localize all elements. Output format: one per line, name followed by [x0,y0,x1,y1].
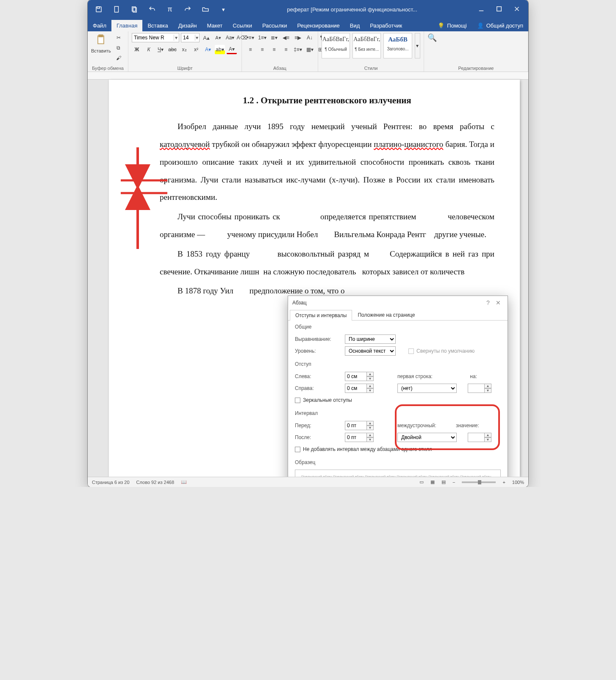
horizontal-ruler[interactable] [88,72,528,80]
tab-mailings[interactable]: Рассылки [257,20,292,31]
line-at-spinner[interactable]: ▲▼ [468,433,491,442]
paste-button[interactable]: Вставить [91,33,111,53]
first-line-select[interactable]: (нет) [397,384,457,393]
bold-icon[interactable]: Ж [132,45,142,54]
line-spacing-label: междустрочный: [397,423,452,428]
space-before-spinner[interactable]: ▲▼ [345,421,374,430]
open-icon[interactable] [129,5,139,14]
styles-more-icon[interactable]: ▾ [415,33,421,58]
cut-icon[interactable]: ✂ [114,33,124,42]
undo-icon[interactable] [147,5,157,14]
multilevel-icon[interactable]: ≣▾ [269,33,279,42]
italic-icon[interactable]: К [144,45,154,54]
status-words[interactable]: Слово 92 из 2468 [136,480,175,485]
indent-by-spinner[interactable]: ▲▼ [468,384,491,393]
space-after-spinner[interactable]: ▲▼ [345,433,374,442]
format-painter-icon[interactable]: 🖌 [114,53,124,63]
grow-font-icon[interactable]: A▴ [201,33,211,42]
bullets-icon[interactable]: •≡▾ [245,33,255,42]
styles-group-label: Стили [322,65,420,71]
doc-p1: Изобрел данные лучи 1895 году немецкий у… [160,118,494,206]
save-icon[interactable] [94,5,104,14]
style-normal[interactable]: АаБбВвГг,¶ Обычный [322,33,350,58]
dialog-close-icon[interactable]: ✕ [493,299,503,306]
text-effects-icon[interactable]: A▾ [203,45,213,54]
dialog-help-icon[interactable]: ? [483,299,493,306]
align-center-icon[interactable]: ≡ [257,45,267,54]
zoom-value[interactable]: 100% [512,480,524,485]
tab-insert[interactable]: Вставка [142,20,173,31]
underline-icon[interactable]: Ч▾ [155,45,166,54]
line-spacing-icon[interactable]: ‡≡▾ [293,45,303,54]
ribbon: Вставить ✂ ⧉ 🖌 Буфер обмена ▾ ▾ A▴ A▾ Aa… [88,31,528,72]
qat-more-icon[interactable]: ▾ [218,5,228,14]
status-page[interactable]: Страница 6 из 20 [92,480,130,485]
increase-indent-icon[interactable]: ≡▶ [293,33,303,42]
line-spacing-select[interactable]: Двойной [397,433,457,442]
font-color-icon[interactable]: A▾ [227,45,237,54]
dialog-tab-position[interactable]: Положение на странице [352,310,420,320]
zoom-slider[interactable] [462,481,496,483]
doc-p2: Лучи способны проникать ск определяется … [160,208,494,243]
shading-icon[interactable]: ▦▾ [305,45,315,54]
mirror-indents-checkbox[interactable]: Зеркальные отступы [295,397,352,403]
space-before-label: Перед: [295,423,341,428]
indent-right-spinner[interactable]: ▲▼ [345,384,374,393]
align-left-icon[interactable]: ≡ [245,45,255,54]
copy-icon[interactable]: ⧉ [114,43,124,53]
style-no-spacing[interactable]: АаБбВвГг,¶ Без инте... [352,33,381,58]
share-button[interactable]: 👤Общий доступ [472,20,528,31]
numbering-icon[interactable]: 1≡▾ [257,33,267,42]
zoom-out-icon[interactable]: − [452,480,455,485]
zoom-in-icon[interactable]: + [502,480,505,485]
tab-references[interactable]: Ссылки [228,20,257,31]
sort-icon[interactable]: A↓ [305,33,315,42]
maximize-icon[interactable] [495,5,503,14]
indent-left-spinner[interactable]: ▲▼ [345,372,374,381]
font-name-combo[interactable]: ▾ [132,33,179,42]
paste-label: Вставить [91,48,111,53]
alignment-select[interactable]: По ширине [345,334,396,344]
tab-home[interactable]: Главная [111,20,142,31]
find-button[interactable]: 🔍 [427,33,437,42]
outline-level-label: Уровень: [295,348,341,354]
new-doc-icon[interactable] [111,5,122,14]
no-same-style-space-checkbox[interactable]: Не добавлять интервал между абзацами одн… [295,446,432,452]
print-layout-icon[interactable]: ▦ [430,479,435,485]
shrink-font-icon[interactable]: A▾ [213,33,223,42]
decrease-indent-icon[interactable]: ◀≡ [281,33,291,42]
subscript-icon[interactable]: x₂ [179,45,189,54]
close-icon[interactable] [513,5,521,14]
change-case-icon[interactable]: Aa▾ [225,33,235,42]
outline-level-select[interactable]: Основной текст [345,346,396,356]
first-line-label: первая строка: [397,373,448,379]
tab-file[interactable]: Файл [88,20,111,31]
paragraph-group-label: Абзац [245,65,314,71]
folder-icon[interactable] [200,5,211,14]
justify-icon[interactable]: ≡ [281,45,291,54]
section-indent: Отступ [295,361,501,367]
highlight-icon[interactable]: ab▾ [215,45,225,54]
dialog-tab-indents[interactable]: Отступы и интервалы [290,310,352,321]
tab-developer[interactable]: Разработчик [365,20,407,31]
indent-right-label: Справа: [295,385,341,391]
font-size-combo[interactable]: ▾ [181,33,200,42]
align-right-icon[interactable]: ≡ [269,45,279,54]
strike-icon[interactable]: abc [167,45,178,54]
preview-box: Предыдущий абзац Предыдущий абзац Предыд… [295,470,501,477]
svg-rect-10 [99,35,103,37]
editing-group-label: Редактирование [427,65,524,71]
tab-review[interactable]: Рецензирование [292,20,344,31]
redo-icon[interactable] [183,5,193,14]
help-button[interactable]: 💡Помощі [433,20,472,31]
tab-view[interactable]: Вид [345,20,365,31]
pi-icon[interactable]: π [165,5,175,14]
read-mode-icon[interactable]: ▭ [419,479,424,485]
superscript-icon[interactable]: x² [191,45,201,54]
web-layout-icon[interactable]: ▤ [441,479,446,485]
tab-design[interactable]: Дизайн [173,20,202,31]
minimize-icon[interactable] [477,5,485,14]
tab-layout[interactable]: Макет [202,20,228,31]
proofing-icon[interactable]: 📖 [181,479,187,485]
style-heading[interactable]: АаБбВЗаголово... [383,33,412,58]
